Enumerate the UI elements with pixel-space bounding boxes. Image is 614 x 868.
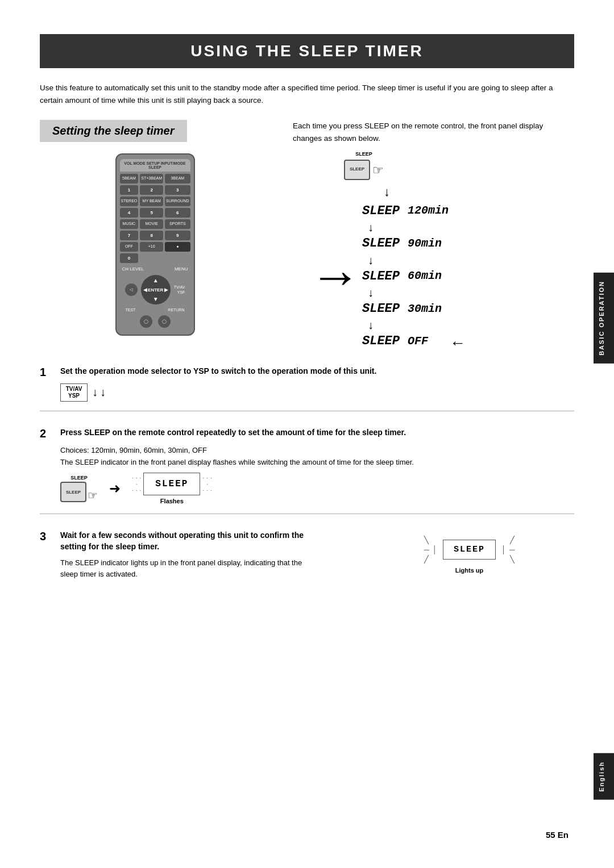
remote-btn-surround: SURROUND	[165, 197, 190, 206]
step-3-left: 3 Wait for a few seconds without operati…	[40, 530, 321, 581]
arrow-right-2: ➜	[109, 481, 121, 496]
dot-pattern-left: ··· · ···	[132, 475, 141, 494]
step-3-title: Wait for a few seconds without operating…	[60, 530, 321, 552]
sleep-display-text: SLEEP	[155, 479, 188, 489]
step-2: 2 Press SLEEP on the remote control repe…	[40, 427, 574, 515]
sleep-indicator-box: SLEEP	[443, 540, 496, 560]
step-2-number: 2	[40, 427, 53, 440]
right-col-text: Each time you press SLEEP on the remote …	[293, 120, 574, 144]
remote-top-labels: VOL MODE SETUP INPUT/MODE SLEEP	[120, 159, 190, 172]
dot-row-r2: ·	[206, 481, 208, 487]
remote-btn-3: 3	[165, 185, 190, 195]
sleep-val-90: 90min	[408, 234, 442, 253]
step-1-divider	[40, 411, 574, 411]
light-rays-right: ╱ ─ ╲	[509, 536, 515, 564]
remote-btn-6: 6	[165, 208, 190, 218]
step-3-body: The SLEEP indicator lights up in the fro…	[60, 557, 321, 581]
lights-up-section: ╲ ─ ╱ │ SLEEP │	[364, 536, 574, 574]
step-2-header: 2 Press SLEEP on the remote control repe…	[40, 427, 574, 440]
remote-btn-5beam: 5BEAM	[120, 174, 139, 183]
english-tab: English	[594, 753, 614, 800]
sleep-val-60: 60min	[408, 266, 442, 286]
remote-return-label: RETURN	[168, 308, 184, 312]
light-rays-left: ╲ ─ ╱	[424, 536, 429, 564]
ray-l: ─	[424, 545, 429, 554]
ray-bl: ╱	[424, 555, 429, 564]
remote-btn-2: 2	[140, 185, 163, 195]
flashes-caption: Flashes	[160, 498, 184, 504]
step-3-content: 3 Wait for a few seconds without operati…	[40, 530, 574, 581]
sleep-row-60: SLEEP 60min	[362, 266, 449, 287]
ysp-arrow-down-2: ↓	[100, 386, 106, 399]
main-title-bar: USING THE SLEEP TIMER	[40, 34, 574, 68]
sleep-label-off: SLEEP	[362, 331, 400, 352]
step-1: 1 Set the operation mode selector to YSP…	[40, 366, 574, 411]
remote-btn-9: 9	[165, 231, 190, 241]
remote-nav-right: ▶	[164, 287, 168, 293]
remote-btn-mybeam: MY BEAM	[140, 197, 163, 206]
sleep-button-icon-2: SLEEP	[60, 482, 86, 502]
sleep-row-off: SLEEP OFF	[362, 331, 449, 352]
step-3-header: 3 Wait for a few seconds without operati…	[40, 530, 321, 552]
step-2-choices: Choices: 120min, 90min, 60min, 30min, OF…	[60, 445, 574, 457]
remote-illustration: VOL MODE SETUP INPUT/MODE SLEEP 5BEAM ST…	[40, 153, 270, 336]
ysp-indicator: TV/AVYSP ↓ ↓	[60, 383, 574, 402]
ray-t: │	[433, 545, 437, 554]
remote-tvav-label: TV/AV	[174, 285, 185, 289]
remote-btn-0: 0	[120, 253, 139, 264]
remote-btn-off: OFF	[120, 242, 139, 251]
basic-operation-tab: BASIC OPERATION	[594, 273, 614, 364]
sleep-label-90: SLEEP	[362, 233, 400, 254]
step-2-desc: The SLEEP indicator in the front panel d…	[60, 457, 574, 469]
dot-row-r1: ···	[202, 475, 211, 481]
page-number: 55 En	[546, 830, 569, 840]
step-1-header: 1 Set the operation mode selector to YSP…	[40, 366, 574, 379]
light-rays-mid-left: │	[433, 545, 437, 554]
page: BASIC OPERATION English USING THE SLEEP …	[0, 0, 614, 868]
remote-btn-stereo: STEREO	[120, 197, 139, 206]
sleep-btn-text-seq: SLEEP	[350, 166, 364, 173]
sleep-sequence-diagram: SLEEP SLEEP ☞ ↓ → SLEEP	[310, 150, 574, 352]
dot-row-1: ···	[132, 475, 141, 481]
seq-down-arrow-1: ↓	[384, 186, 390, 198]
sleep-indicator-text: SLEEP	[454, 545, 485, 554]
remote-nav-left: ◀	[143, 287, 147, 293]
step-3: 3 Wait for a few seconds without operati…	[40, 530, 574, 581]
remote-control: VOL MODE SETUP INPUT/MODE SLEEP 5BEAM ST…	[115, 153, 195, 336]
bracket-left-char: →	[310, 254, 361, 298]
ysp-box-container: TV/AVYSP	[60, 383, 90, 402]
remote-btn-4: 4	[120, 208, 139, 218]
section-header: Setting the sleep timer	[40, 120, 187, 142]
sleep-cycle-container: → SLEEP 120min ↓ SLEEP 90min ↓	[310, 201, 466, 352]
remote-test-label: TEST	[126, 308, 136, 312]
sleep-cycle-inner: SLEEP 120min ↓ SLEEP 90min ↓ SLEEP 60min	[362, 201, 449, 352]
section-header-area: Setting the sleep timer VOL MODE SETUP I…	[40, 120, 270, 352]
step-1-number: 1	[40, 366, 53, 379]
remote-nav-down: ▼	[153, 296, 159, 302]
remote-btn-dot: ●	[165, 242, 190, 251]
step-2-body: Choices: 120min, 90min, 60min, 30min, OF…	[60, 445, 574, 469]
ray-tl: ╲	[424, 536, 429, 544]
lights-up-caption: Lights up	[455, 567, 484, 574]
seq-down-4: ↓	[368, 287, 449, 298]
remote-btn-8: 8	[140, 231, 163, 241]
remote-number-buttons: 5BEAM ST+3BEAM 3BEAM 1 2 3 STEREO MY BEA…	[120, 174, 190, 263]
remote-btn-plus10: +10	[140, 242, 163, 251]
ysp-arrow-down-1: ↓	[92, 386, 98, 399]
sleep-btn-text-2: SLEEP	[66, 490, 81, 495]
step-2-title: Press SLEEP on the remote control repeat…	[60, 427, 406, 439]
flashes-display-area: ··· · ··· SLEEP ··· · ··· Flashes	[132, 473, 212, 504]
remote-menu-label: MENU	[175, 266, 188, 272]
remote-btn-5: 5	[140, 208, 163, 218]
remote-bottom-left: ◯	[140, 315, 152, 328]
step-1-title: Set the operation mode selector to YSP t…	[60, 366, 376, 377]
step-2-divider	[40, 514, 574, 514]
ray-br: ╲	[510, 555, 515, 564]
flash-display-with-dots: ··· · ··· SLEEP ··· · ···	[132, 473, 212, 495]
remote-btn-st3beam: ST+3BEAM	[140, 174, 163, 183]
flashes-display-row: SLEEP SLEEP ☞ ➜ ··· · ···	[60, 473, 574, 504]
intro-text: Use this feature to automatically set th…	[40, 82, 574, 106]
remote-btn-movie: MOVIE	[140, 219, 163, 228]
step-3-right: ╲ ─ ╱ │ SLEEP │	[344, 530, 574, 581]
lights-up-display: ╲ ─ ╱ │ SLEEP │	[424, 536, 515, 564]
